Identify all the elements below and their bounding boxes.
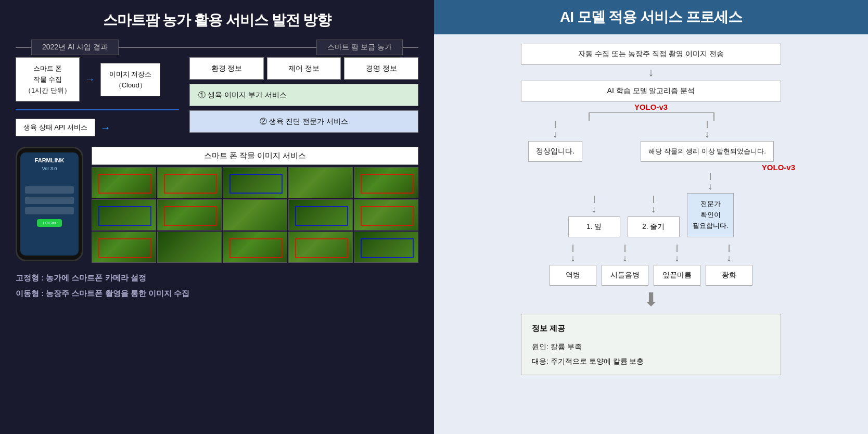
arrow-d1: ↓ (571, 252, 576, 265)
disease-branch-3: ↓ 잎끝마름 (654, 245, 700, 286)
left-panel: 스마트팜 농가 활용 서비스 발전 방향 2022년 AI 사업 결과 스마트 … (0, 0, 434, 434)
disease-row: ↓ 역병 ↓ 시들음병 ↓ 잎끝마름 ↓ 황화 (450, 245, 852, 286)
arrow-to-info-wrapper: ⬇ (643, 289, 659, 311)
vert-d3 (676, 245, 678, 252)
phone-field-3 (25, 207, 74, 214)
right-title: AI 모델 적용 서비스 프로세스 (434, 0, 868, 34)
info-boxes-row: 환경 정보 제어 정보 경영 정보 (189, 57, 418, 80)
phone-version: Ver 3.0 (42, 166, 57, 171)
phone-mockup: FARMLINK Ver 3.0 LOGIN (16, 147, 83, 261)
vert-line-abnormal (707, 121, 708, 128)
step4-stem: 2. 줄기 (628, 216, 680, 237)
info-box: 정보 제공 원인: 칼륨 부족 대응: 주기적으로 토양에 칼륨 보충 (521, 314, 781, 375)
branch-row-1: ↓ 정상입니다. ↓ 해당 작물의 생리 이상 발현되었습니다. (450, 121, 852, 162)
img-cell-8 (223, 199, 287, 231)
image-grid-section: 스마트 폰 작물 이미지 서비스 (92, 147, 418, 263)
branch-connector-2: ↓ 1. 잎 ↓ 2. 줄기 ↓ 전문가 확인이 필요합니다. (450, 173, 852, 237)
bottom-text-fixed: 고정형 : 농가에 스마트폰 카메라 설정 (16, 270, 418, 286)
vert-expert (710, 173, 711, 180)
branch-expert: ↓ 전문가 확인이 필요합니다. (687, 173, 734, 237)
api-row: 생육 상태 API 서비스 → (16, 119, 113, 136)
vert-line-normal (555, 121, 556, 128)
step3-abnormal: 해당 작물의 생리 이상 발현되었습니다. (641, 141, 774, 162)
step4-expert: 전문가 확인이 필요합니다. (687, 193, 734, 237)
arrow-leaf: ↓ (592, 203, 596, 216)
image-grid (92, 167, 418, 263)
disease-box-2: 시들음병 (602, 265, 648, 286)
arrow-api: → (100, 122, 111, 134)
img-cell-14 (288, 232, 353, 263)
arrow-d3: ↓ (675, 252, 680, 265)
box-service2: ② 생육 진단 전문가 서비스 (189, 110, 418, 133)
img-cell-3 (223, 167, 287, 198)
step3-normal: 정상입니다. (528, 141, 582, 162)
yolo-label-1: YOLO-v3 (634, 103, 668, 111)
label-2022: 2022년 AI 사업 결과 (31, 40, 119, 55)
info-action: 대응: 주기적으로 토양에 칼륨 보충 (532, 354, 770, 368)
bottom-text: 고정형 : 농가에 스마트폰 카메라 설정 이동형 : 농장주 스마트폰 촬영을… (16, 270, 418, 301)
yolo2-wrapper: YOLO-v3 (450, 162, 852, 173)
info-cause: 원인: 칼륨 부족 (532, 339, 770, 354)
yolo-label-2: YOLO-v3 (762, 163, 795, 172)
vert-stem (653, 196, 654, 203)
wide-arrow-down: ⬇ (643, 289, 659, 311)
img-cell-5 (354, 167, 418, 198)
step4-leaf: 1. 잎 (568, 216, 620, 237)
step2-box: AI 학습 모델 알고리즘 분석 (521, 81, 781, 101)
arrow-d4: ↓ (727, 252, 732, 265)
arrow1: ↓ (648, 65, 654, 81)
image-grid-title: 스마트 폰 작물 이미지 서비스 (92, 147, 418, 165)
left-title: 스마트팜 농가 활용 서비스 발전 방향 (16, 10, 418, 30)
service-boxes: ① 생육 이미지 부가 서비스 ② 생육 진단 전문가 서비스 (189, 84, 418, 133)
box-api: 생육 상태 API 서비스 (16, 119, 95, 136)
img-cell-10 (354, 199, 418, 231)
box-service1: ① 생육 이미지 부가 서비스 (189, 84, 418, 106)
arrow-phone-cloud: → (85, 73, 95, 85)
disease-box-1: 역병 (550, 265, 596, 286)
box-env: 환경 정보 (189, 57, 264, 80)
label-smartfarm: 스마트 팜 보급 농가 (316, 40, 403, 55)
box-mgmt: 경영 정보 (344, 57, 418, 80)
vert-d2 (624, 245, 626, 252)
vert-d1 (572, 245, 573, 252)
branch-leaf: ↓ 1. 잎 (568, 196, 620, 237)
step1-box: 자동 수집 또는 농장주 직접 촬영 이미지 전송 (521, 44, 781, 65)
arrow-stem: ↓ (651, 203, 656, 216)
top-flow-area: 스마트 폰 작물 수집 （1시간 단위） → 이미지 저장소 （Cloud） 생… (16, 57, 418, 139)
img-cell-12 (157, 232, 222, 263)
right-flow: 자동 수집 또는 농장주 직접 촬영 이미지 전송 ↓ AI 학습 모델 알고리… (450, 44, 852, 375)
right-panel: AI 모델 적용 서비스 프로세스 자동 수집 또는 농장주 직접 촬영 이미지… (434, 0, 868, 434)
disease-box-3: 잎끝마름 (654, 265, 700, 286)
img-cell-1 (92, 167, 156, 198)
disease-box-4: 황화 (706, 265, 752, 286)
arrow-expert: ↓ (708, 180, 713, 193)
arrow-normal: ↓ (553, 128, 557, 141)
phone-cloud-row: 스마트 폰 작물 수집 （1시간 단위） → 이미지 저장소 （Cloud） (16, 57, 160, 101)
img-cell-2 (157, 167, 222, 198)
bottom-area: FARMLINK Ver 3.0 LOGIN 스마트 폰 작물 이미지 서비스 (16, 147, 418, 263)
img-cell-15 (354, 232, 418, 263)
box-cloud: 이미지 저장소 （Cloud） (100, 63, 161, 96)
branch-normal: ↓ 정상입니다. (528, 121, 582, 162)
disease-branch-1: ↓ 역병 (550, 245, 596, 286)
arrow-d2: ↓ (623, 252, 628, 265)
disease-branch-2: ↓ 시들음병 (602, 245, 648, 286)
phone-login-btn[interactable]: LOGIN (37, 219, 62, 227)
box-ctrl: 제어 정보 (267, 57, 341, 80)
img-cell-4 (288, 167, 353, 198)
bottom-text-mobile: 이동형 : 농장주 스마트폰 촬영을 통한 이미지 수집 (16, 286, 418, 301)
img-cell-7 (157, 199, 222, 231)
branch-stem: ↓ 2. 줄기 (628, 196, 680, 237)
info-title: 정보 제공 (532, 321, 770, 336)
disease-branch-4: ↓ 황화 (706, 245, 752, 286)
img-cell-13 (223, 232, 287, 263)
img-cell-9 (288, 199, 353, 231)
branch-abnormal: ↓ 해당 작물의 생리 이상 발현되었습니다. (641, 121, 774, 162)
phone-field-2 (25, 197, 74, 204)
vert-leaf (594, 196, 595, 203)
img-cell-11 (92, 232, 156, 263)
img-cell-6 (92, 199, 156, 231)
vert-d4 (729, 245, 730, 252)
label-bar: 2022년 AI 사업 결과 스마트 팜 보급 농가 (16, 40, 418, 55)
blue-line (16, 109, 179, 110)
